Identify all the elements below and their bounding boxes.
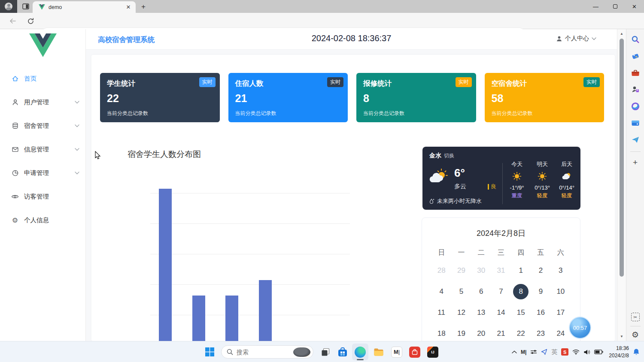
screenshot-tool-icon[interactable]: ✂	[629, 311, 642, 323]
sidebar-tools-icon[interactable]	[629, 66, 642, 79]
forecast-tomorrow: 明天 0°/13° 轻度	[529, 160, 555, 199]
calendar-day[interactable]: 24	[551, 323, 571, 341]
calendar-day[interactable]: 9	[531, 281, 550, 302]
start-button[interactable]	[201, 341, 218, 362]
marktext-app-icon[interactable]: M|	[388, 341, 405, 362]
calendar-day[interactable]: 14	[491, 302, 511, 323]
sidebar-item-applications[interactable]: 申请管理	[0, 161, 85, 185]
calendar-day[interactable]: 16	[531, 302, 550, 323]
tray-s-app-icon[interactable]: S	[561, 348, 568, 356]
back-button[interactable]	[6, 15, 19, 27]
sidebar-item-home[interactable]: 首页	[0, 67, 85, 90]
calendar-day[interactable]: 4	[431, 281, 451, 302]
calendar-day-selected[interactable]: 8	[511, 281, 531, 302]
sidebar-item-info[interactable]: 信息管理	[0, 138, 85, 161]
ime-language-indicator[interactable]: 英	[551, 348, 557, 356]
pollution-level: 轻度	[529, 192, 555, 199]
refresh-button[interactable]	[24, 15, 37, 27]
microsoft-store-icon[interactable]	[334, 341, 351, 362]
pie-chart-icon	[11, 169, 19, 177]
calendar-day[interactable]: 31	[491, 260, 511, 281]
browser-tab-demo[interactable]: demo ✕	[33, 1, 136, 13]
stat-card-repairs[interactable]: 报修统计 实时 8 当前分类总记录数	[356, 73, 476, 122]
recording-timer-overlay[interactable]: 00:57	[569, 317, 591, 339]
calendar-day[interactable]: 3	[551, 260, 571, 281]
battery-icon[interactable]	[594, 350, 603, 354]
window-minimize-button[interactable]: —	[586, 0, 605, 13]
tray-expand-icon[interactable]	[512, 350, 517, 353]
calendar-day[interactable]: 19	[451, 323, 471, 341]
bing-daily-image[interactable]	[293, 347, 310, 357]
sidebar-item-users[interactable]: 用户管理	[0, 90, 85, 114]
tab-actions-icon[interactable]	[21, 2, 31, 11]
user-menu[interactable]: 个人中心	[556, 35, 596, 42]
calendar-day[interactable]: 13	[471, 302, 491, 323]
sidebar-item-visitors[interactable]: 访客管理	[0, 185, 85, 208]
calendar-day[interactable]: 30	[471, 260, 491, 281]
sidebar-settings-icon[interactable]: ⚙	[629, 328, 642, 341]
calendar-day[interactable]: 15	[511, 302, 531, 323]
browser-profile-button[interactable]	[0, 0, 17, 13]
calendar-day[interactable]: 29	[451, 260, 471, 281]
calendar-day[interactable]: 21	[491, 323, 511, 341]
scroll-up-arrow[interactable]: ▲	[617, 32, 626, 36]
stat-card-residents[interactable]: 住宿人数 实时 21 当前分类总记录数	[228, 73, 348, 122]
calendar-day[interactable]: 10	[551, 281, 571, 302]
window-close-button[interactable]: ✕	[625, 0, 644, 13]
sidebar-search-icon[interactable]	[629, 33, 642, 46]
calendar-day[interactable]: 7	[491, 281, 511, 302]
stat-caption: 当前分类总记录数	[107, 110, 148, 117]
calendar-day[interactable]: 5	[451, 281, 471, 302]
calendar-day[interactable]: 22	[511, 323, 531, 341]
stat-value: 8	[363, 92, 469, 105]
calendar-day[interactable]: 18	[431, 323, 451, 341]
tray-send-icon[interactable]	[541, 349, 547, 355]
file-explorer-icon[interactable]	[370, 341, 387, 362]
sidebar-item-label: 宿舍管理	[24, 122, 75, 130]
sidebar-drop-icon[interactable]	[629, 133, 642, 146]
volume-icon[interactable]	[583, 349, 590, 355]
sidebar-item-profile[interactable]: ⚙ 个人信息	[0, 208, 85, 232]
calendar-widget: 2024年2月8日 日 一 二 三 四 五 六 28 29 30 31 1 2 …	[422, 217, 580, 341]
taskbar-clock[interactable]: 18:362024/2/8	[609, 345, 629, 359]
window-maximize-button[interactable]	[605, 0, 625, 13]
calendar-day[interactable]: 20	[471, 323, 491, 341]
calendar-day[interactable]: 11	[431, 302, 451, 323]
stat-card-students[interactable]: 学生统计 实时 22 当前分类总记录数	[100, 73, 220, 122]
scroll-down-arrow[interactable]: ▼	[617, 335, 626, 338]
sidebar-customize-button[interactable]: +	[629, 156, 642, 169]
wifi-icon[interactable]	[572, 349, 580, 355]
weather-switch-link[interactable]: 切换	[444, 153, 454, 159]
sidebar-item-dorms[interactable]: 宿舍管理	[0, 114, 85, 138]
scrollbar-thumb[interactable]	[620, 39, 624, 277]
sidebar-wallet-icon[interactable]	[629, 117, 642, 130]
calendar-day[interactable]: 23	[531, 323, 550, 341]
stat-card-empty-dorms[interactable]: 空宿舍统计 实时 58 当前分类总记录数	[485, 73, 605, 122]
tray-mixer-icon[interactable]	[530, 349, 537, 355]
new-tab-button[interactable]: +	[138, 2, 149, 12]
chevron-down-icon	[75, 172, 79, 175]
huawei-store-icon[interactable]	[406, 341, 423, 362]
calendar-day[interactable]: 2	[531, 260, 550, 281]
chevron-down-icon	[592, 37, 596, 40]
calendar-day[interactable]: 17	[551, 302, 571, 323]
tab-close-icon[interactable]: ✕	[125, 3, 132, 11]
sidebar-games-icon[interactable]	[629, 83, 642, 96]
tray-marktext-icon[interactable]: M|	[521, 349, 526, 355]
clock-time: 18:36	[616, 345, 629, 351]
task-view-button[interactable]	[317, 341, 334, 362]
taskbar-search-input[interactable]	[237, 349, 288, 356]
taskbar-search[interactable]	[221, 345, 313, 359]
page-scrollbar[interactable]: ▲ ▼	[617, 29, 626, 341]
forecast-day-after: 后天 0°/14° 轻度	[554, 160, 580, 199]
intellij-idea-icon[interactable]: IJ	[424, 341, 441, 362]
calendar-day[interactable]: 12	[451, 302, 471, 323]
calendar-day[interactable]: 28	[431, 260, 451, 281]
sidebar-designer-icon[interactable]	[629, 100, 642, 113]
sidebar-shopping-icon[interactable]	[629, 50, 642, 63]
calendar-day[interactable]: 1	[511, 260, 531, 281]
notifications-bell-icon[interactable]	[633, 348, 640, 356]
calendar-day[interactable]: 6	[471, 281, 491, 302]
gridline	[150, 315, 350, 315]
sidebar-item-label: 申请管理	[24, 169, 75, 177]
